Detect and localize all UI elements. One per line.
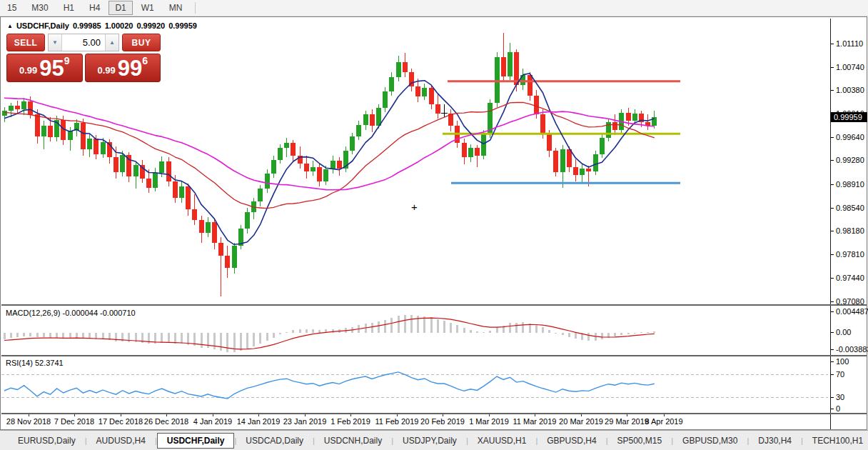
chart-tab-AUDUSD-H4[interactable]: AUDUSD,H4 [87,433,155,449]
timeframe-toolbar: 15M30H1H4D1W1MN [0,0,868,16]
date-label: 11 Feb 2019 [375,417,419,426]
buy-button[interactable]: BUY [122,34,161,51]
date-tick-mark [166,414,167,416]
tick-mark [831,409,834,409]
chart-tab-TECH100-H1[interactable]: TECH100,H1 [803,433,868,449]
timeframe-button-H1[interactable]: H1 [57,1,81,15]
down-arrow-icon: ▼ [52,39,58,46]
chart-tab-SP500-M15[interactable]: SP500,M15 [608,433,672,449]
ohlc-open: 0.99985 [73,21,101,30]
date-label: 17 Dec 2018 [99,417,143,426]
date-tick-mark [664,414,665,416]
collapse-trade-panel-icon[interactable]: ▲ [7,23,13,29]
rsi-indicator-pane[interactable] [1,356,829,413]
date-label: 4 Jan 2019 [193,417,232,426]
timeframe-button-MN[interactable]: MN [163,1,189,15]
timeframe-button-M30[interactable]: M30 [25,1,54,15]
date-tick-mark [627,414,627,416]
sell-price-display[interactable]: 0.99959 [6,54,83,82]
timeframe-button-W1[interactable]: W1 [135,1,161,15]
sell-price-prefix: 0.99 [19,65,37,76]
date-tick-mark [213,414,213,416]
buy-price-prefix: 0.99 [97,65,115,76]
buy-price-pip: 6 [142,55,148,66]
pane-separator[interactable] [1,304,867,306]
tick-mark [831,67,834,68]
chart-tab-USDCNH-Daily[interactable]: USDCNH,Daily [315,433,391,449]
chart-tab-bar: EURUSD,Daily|AUDUSD,H4|USDCHF,Daily|USDC… [0,430,868,450]
date-label: 7 Dec 2018 [54,417,94,426]
date-label: 11 Mar 2019 [513,417,557,426]
date-label: 23 Jan 2019 [283,417,327,426]
date-tick-mark [258,414,259,416]
one-click-trade-panel: SELL ▼ ▲ BUY 0.99959 0.99996 [6,34,161,82]
date-label: 1 Feb 2019 [330,417,370,426]
tick-mark [831,137,834,138]
date-tick-mark [535,414,535,416]
chart-tab-GBPUSD-H4[interactable]: GBPUSD,H4 [538,433,605,449]
date-tick-mark [489,414,490,416]
sell-button[interactable]: SELL [6,34,45,51]
timeframe-button-15[interactable]: 15 [1,1,23,15]
tick-mark [831,208,834,209]
tick-mark [831,349,834,350]
ohlc-close: 0.99959 [168,21,197,30]
tick-mark [831,301,834,302]
toolbar-separator [195,2,196,14]
tick-mark [831,374,834,375]
chart-tab-XAUUSD-H1[interactable]: XAUUSD,H1 [468,433,536,449]
date-label: 20 Mar 2019 [559,417,603,426]
date-tick-mark [305,414,306,416]
tick-mark [831,311,834,312]
buy-price-display[interactable]: 0.99996 [85,54,161,82]
date-tick-mark [121,414,121,416]
ohlc-high: 1.00020 [105,21,133,30]
tick-mark [831,254,834,255]
chart-tab-USDCAD-Daily[interactable]: USDCAD,Daily [236,433,313,449]
macd-label: MACD(12,26,9) -0.000044 -0.000710 [6,309,136,317]
tick-mark [831,44,834,44]
buy-price-main: 99 [118,59,142,79]
tick-mark [831,361,834,362]
chart-tab-GBPUSD-M30[interactable]: GBPUSD,M30 [673,433,747,449]
trading-terminal: 15M30H1H4D1W1MN ▲ USDCHF,Daily 0.99985 1… [0,0,868,450]
date-tick-mark [350,414,351,416]
date-label: 26 Dec 2018 [144,417,188,426]
chart-tab-USDJPY-Daily[interactable]: USDJPY,Daily [393,433,466,449]
date-label: 1 Mar 2019 [469,417,509,426]
price-axis[interactable]: 1.011101.007401.003801.000100.996400.992… [830,19,867,429]
ohlc-low: 0.99920 [136,21,165,30]
chart-title: ▲ USDCHF,Daily 0.99985 1.00020 0.99920 0… [7,21,197,30]
crosshair-cursor: + [411,201,418,213]
chart-tab-USDCHF-Daily[interactable]: USDCHF,Daily [157,433,235,449]
chart-tab-DJ30-H4[interactable]: DJ30,H4 [749,433,801,449]
pane-separator[interactable] [1,413,867,414]
date-tick-mark [29,414,29,416]
chart-symbol-label: USDCHF,Daily [16,21,69,30]
date-label: 8 Apr 2019 [645,417,682,426]
tick-mark [831,278,834,279]
tick-mark [831,231,834,231]
date-label: 29 Mar 2019 [605,417,649,426]
timeframe-button-D1[interactable]: D1 [108,1,132,15]
tick-mark [831,160,834,161]
date-tick-mark [74,414,75,416]
volume-increase-button[interactable]: ▲ [105,34,118,51]
volume-decrease-button[interactable]: ▼ [49,34,62,51]
tick-mark [831,184,834,185]
tick-mark [831,397,834,398]
chart-tab-EURUSD-Daily[interactable]: EURUSD,Daily [9,433,85,449]
date-label: 14 Jan 2019 [237,417,281,426]
volume-input[interactable] [62,34,105,51]
timeframe-button-H4[interactable]: H4 [83,1,106,15]
current-price-marker: 0.99959 [831,112,867,122]
date-axis[interactable]: 28 Nov 20187 Dec 201817 Dec 201826 Dec 2… [1,414,829,429]
date-label: 28 Nov 2018 [6,417,51,426]
sell-price-main: 95 [39,59,64,79]
date-tick-mark [581,414,582,416]
date-tick-mark [397,414,398,416]
date-label: 20 Feb 2019 [420,417,465,426]
tick-mark [831,90,834,91]
pane-separator[interactable] [1,355,867,356]
date-tick-mark [443,414,443,416]
